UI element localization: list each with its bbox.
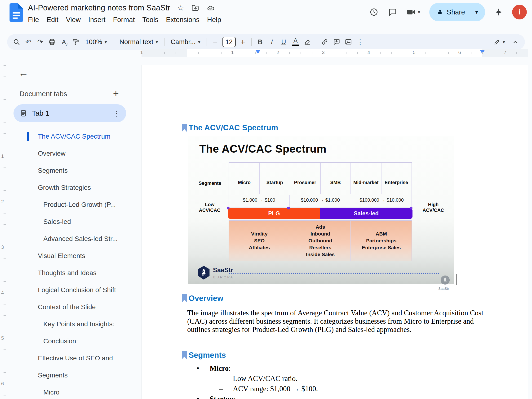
- close-sidebar-button[interactable]: ←: [19, 67, 28, 79]
- paragraph-style-select[interactable]: Normal text ▾: [116, 38, 161, 46]
- outline-item-overview[interactable]: Overview: [7, 145, 140, 162]
- ruler-tick: [4, 145, 6, 145]
- more-toolbar-options-button[interactable]: ⋮: [355, 36, 366, 48]
- outline-item-key-points-and-insights[interactable]: Key Points and Insights:: [7, 316, 140, 333]
- heading-overview[interactable]: Overview: [182, 294, 223, 303]
- ruler-tick: [289, 52, 290, 54]
- ruler-tick: [4, 168, 6, 168]
- font-size-input[interactable]: 12: [222, 37, 236, 47]
- list-item[interactable]: –ACV range: $1,000 → $100.: [142, 385, 528, 395]
- outline-item-segments[interactable]: Segments: [7, 162, 140, 179]
- search-menus-button[interactable]: [11, 36, 22, 48]
- tab-options-icon[interactable]: ⋮: [113, 109, 120, 118]
- heading-segments[interactable]: Segments: [182, 351, 226, 360]
- overview-paragraph[interactable]: The image illustrates the spectrum of Av…: [187, 309, 487, 334]
- tab-item-tab-1[interactable]: Tab 1 ⋮: [13, 104, 126, 122]
- printer-icon: [48, 38, 56, 46]
- undo-button[interactable]: ↶: [23, 36, 34, 48]
- meet-caret-icon[interactable]: ▾: [418, 9, 420, 15]
- left-indent-marker[interactable]: [255, 50, 260, 54]
- collapse-toolbar-button[interactable]: [510, 36, 521, 48]
- comments-button[interactable]: [388, 7, 397, 17]
- ruler-tick: [392, 52, 392, 54]
- spellcheck-button[interactable]: A ✓: [58, 36, 70, 48]
- header-actions: ▾ Share ▾ i: [369, 3, 527, 21]
- insert-link-button[interactable]: [319, 36, 330, 48]
- heading-acv-cac-spectrum[interactable]: The ACV/CAC Spectrum: [182, 123, 278, 132]
- menu-extensions[interactable]: Extensions: [162, 14, 203, 25]
- paint-format-button[interactable]: [70, 36, 81, 48]
- editing-mode-button[interactable]: ▾: [489, 36, 509, 48]
- italic-button[interactable]: I: [266, 36, 278, 48]
- embedded-slide-image[interactable]: The ACV/CAC Spectrum Segments MicroStart…: [188, 136, 454, 284]
- gemini-button[interactable]: [494, 7, 503, 17]
- menu-tools[interactable]: Tools: [139, 14, 162, 25]
- menu-format[interactable]: Format: [109, 14, 139, 25]
- outline-item-logical-conclusion-of-shift[interactable]: Logical Conclusion of Shift: [7, 281, 140, 299]
- outline-item-segments[interactable]: Segments: [7, 367, 140, 384]
- ruler-tick: [482, 52, 483, 54]
- ruler-number: 4: [1, 290, 4, 295]
- font-family-select[interactable]: Cambr... ▾: [167, 38, 204, 46]
- share-button[interactable]: Share ▾: [429, 3, 485, 21]
- print-button[interactable]: [46, 36, 58, 48]
- document-title[interactable]: AI-Powered marketing notes from SaaStr: [28, 3, 170, 12]
- insert-image-button[interactable]: [343, 36, 354, 48]
- outline-item-visual-elements[interactable]: Visual Elements: [7, 247, 140, 264]
- outline-item-growth-strategies[interactable]: Growth Strategies: [7, 179, 140, 196]
- zoom-select[interactable]: 100% ▾: [82, 38, 110, 46]
- menu-help[interactable]: Help: [203, 14, 225, 25]
- google-docs-logo-icon[interactable]: [9, 3, 23, 22]
- add-comment-button[interactable]: [331, 36, 342, 48]
- ruler-tick: [176, 52, 176, 54]
- outline-item-the-acv-cac-spectrum[interactable]: The ACV/CAC Spectrum: [7, 128, 140, 145]
- version-history-button[interactable]: [369, 7, 379, 17]
- menu-view[interactable]: View: [62, 14, 84, 25]
- plg-sales-bar: PLG Sales-led: [228, 208, 412, 219]
- outline-item-thoughts-and-ideas[interactable]: Thoughts and Ideas: [7, 264, 140, 281]
- outline-item-effective-use-of-seo-and[interactable]: Effective Use of SEO and...: [7, 350, 140, 367]
- column-divider: [290, 163, 290, 194]
- ruler-number: 6: [1, 381, 4, 386]
- redo-button[interactable]: ↷: [35, 36, 46, 48]
- saastr-logo-text: SaaStr: [213, 267, 233, 274]
- ruler-number: 5: [1, 335, 4, 341]
- add-tab-button[interactable]: +: [113, 88, 119, 99]
- strategy-box-1: ViralitySEOAffiliates: [229, 221, 290, 261]
- vertical-ruler: 123456: [0, 57, 7, 399]
- ruler-tick: [164, 52, 165, 54]
- meet-call-button[interactable]: ▾: [406, 7, 420, 17]
- ruler-tick: [4, 122, 6, 123]
- star-icon[interactable]: ☆: [177, 3, 184, 12]
- outline-item-conclusion[interactable]: Conclusion:: [7, 333, 140, 350]
- list-item[interactable]: •Startup:: [142, 395, 528, 399]
- increase-font-size-button[interactable]: +: [237, 36, 248, 48]
- highlight-color-button[interactable]: [302, 36, 313, 48]
- menu-file[interactable]: File: [24, 14, 43, 25]
- bold-button[interactable]: B: [254, 36, 266, 48]
- list-item[interactable]: •Micro:: [142, 364, 528, 374]
- menu-insert[interactable]: Insert: [84, 14, 109, 25]
- outline-item-context-of-the-slide[interactable]: Context of the Slide: [7, 299, 140, 316]
- move-to-folder-icon[interactable]: [191, 4, 199, 12]
- outline-item-product-led-growth-p[interactable]: Product-Led Growth (P...: [7, 196, 140, 213]
- cloud-saved-icon[interactable]: [206, 4, 215, 12]
- document-page[interactable]: The ACV/CAC Spectrum The ACV/CAC Spectru…: [141, 65, 528, 399]
- ruler-tick: [425, 52, 426, 54]
- menu-edit[interactable]: Edit: [43, 14, 62, 25]
- share-caret-icon[interactable]: ▾: [474, 9, 478, 15]
- list-item[interactable]: –Low ACV/CAC ratio.: [142, 374, 528, 385]
- outline-item-micro[interactable]: Micro: [7, 384, 140, 399]
- account-avatar[interactable]: i: [512, 5, 527, 20]
- underline-button[interactable]: U: [278, 36, 289, 48]
- decrease-font-size-button[interactable]: −: [210, 36, 221, 48]
- ruler-tick: [335, 52, 335, 54]
- text-color-swatch: [292, 45, 299, 46]
- outline-item-advanced-sales-led-str[interactable]: Advanced Sales-led Str...: [7, 230, 140, 247]
- ruler-tick: [255, 52, 256, 54]
- outline-item-label: Product-Led Growth (P...: [43, 201, 116, 209]
- outline-item-label: Overview: [38, 150, 66, 157]
- text-color-a-glyph: A: [293, 38, 298, 44]
- outline-item-sales-led[interactable]: Sales-led: [7, 213, 140, 230]
- text-color-button[interactable]: A: [290, 36, 301, 48]
